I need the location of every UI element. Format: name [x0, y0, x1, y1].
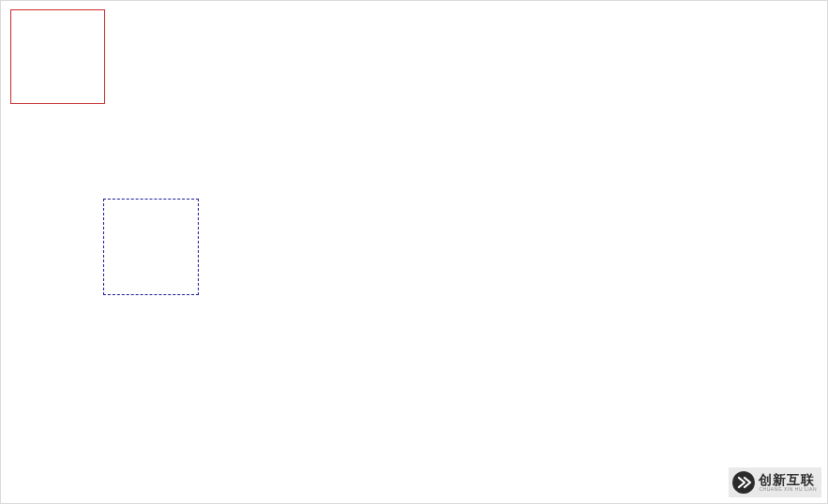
watermark-sub-text: CHUANG XIN HU LIAN — [759, 487, 817, 492]
dashed-blue-rectangle — [103, 199, 199, 295]
watermark-badge: 创新互联 CHUANG XIN HU LIAN — [729, 467, 821, 497]
watermark-logo-icon — [732, 471, 755, 494]
solid-red-rectangle — [10, 9, 105, 104]
watermark-main-text: 创新互联 — [759, 473, 817, 486]
watermark-text: 创新互联 CHUANG XIN HU LIAN — [759, 473, 817, 492]
drawing-canvas: 创新互联 CHUANG XIN HU LIAN — [0, 0, 828, 504]
